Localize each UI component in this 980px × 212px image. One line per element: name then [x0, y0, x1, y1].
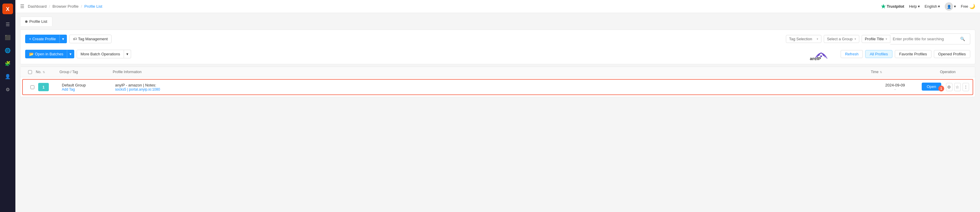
open-in-batches-button[interactable]: 📂 Open in Batches: [25, 50, 67, 58]
more-batch-ops-dropdown[interactable]: ▾: [124, 50, 131, 58]
main-content: ☰ Dashboard / Browser Profile / Profile …: [15, 0, 980, 212]
open-with-badge: Open 1: [922, 83, 944, 91]
free-label: Free: [961, 5, 968, 9]
language-selector[interactable]: English ▾: [925, 4, 940, 9]
search-input-wrap: 🔍: [890, 33, 970, 45]
svg-text:👤: 👤: [947, 5, 951, 9]
more-options-icon-button[interactable]: ⋮: [963, 83, 969, 91]
table-header-profile-info: Profile Information: [113, 70, 871, 74]
profile-title-text: anyIP - amazon | Notes:: [115, 83, 869, 87]
anyip-svg: anyIP: [810, 47, 834, 61]
tag-management-button[interactable]: 🏷 Tag Management: [69, 35, 111, 43]
select-group-label: Select a Group: [827, 37, 853, 41]
search-input[interactable]: [893, 37, 958, 41]
tag-selection-label: Tag Selection: [789, 37, 812, 41]
row-group-col: Default Group Add Tag: [62, 83, 115, 91]
time-sort-icon[interactable]: ⇅: [880, 70, 882, 74]
sidebar-logo[interactable]: X: [2, 3, 13, 14]
row-checkbox-col: [26, 85, 38, 89]
tabs-row: Refresh All Profiles Favorite Profiles O…: [841, 50, 970, 58]
no-sort-icon[interactable]: ⇅: [43, 70, 45, 74]
breadcrumb-dashboard[interactable]: Dashboard: [28, 4, 47, 9]
tag-selection-dropdown[interactable]: Tag Selection ▾: [786, 35, 821, 43]
open-in-batches-dropdown[interactable]: ▾: [67, 50, 74, 58]
sidebar-icon-menu[interactable]: ☰: [2, 19, 13, 30]
toolbar-row-1: + Create Profile ▾ 🏷 Tag Management Tag …: [25, 33, 970, 45]
language-chevron-icon: ▾: [938, 4, 940, 9]
top-navigation: ☰ Dashboard / Browser Profile / Profile …: [15, 0, 980, 13]
avatar: 👤: [945, 2, 953, 11]
help-button[interactable]: Help ▾: [909, 4, 920, 9]
select-group-chevron-icon: ▾: [854, 37, 856, 41]
add-tag-link[interactable]: Add Tag: [62, 87, 115, 91]
favorite-icon-button[interactable]: ☆: [954, 83, 961, 91]
table-header: No. ⇅ Group / Tag Profile Information Ti…: [21, 67, 975, 77]
hamburger-icon[interactable]: ☰: [20, 3, 24, 9]
svg-text:X: X: [6, 6, 10, 12]
page-title: Profile List: [29, 19, 47, 24]
sidebar-icon-dashboard[interactable]: ⬛: [2, 32, 13, 43]
profile-time-dash: -: [869, 87, 922, 91]
time-header-label: Time: [871, 70, 878, 74]
row-number-col: 1: [38, 83, 62, 91]
profile-subtitle[interactable]: socks5 | portal.anyip.io:1080: [115, 87, 869, 91]
sidebar-icon-user[interactable]: 👤: [2, 71, 13, 82]
profile-title-label: Profile Title: [865, 37, 884, 41]
breadcrumb-browser-profile[interactable]: Browser Profile: [52, 4, 78, 9]
profile-title-select[interactable]: Profile Title ▾: [862, 35, 890, 43]
row-info-col: anyIP - amazon | Notes: socks5 | portal.…: [115, 83, 869, 91]
breadcrumb-sep-1: /: [49, 4, 50, 9]
all-profiles-tab[interactable]: All Profiles: [865, 50, 892, 58]
row-time-col: 2024-09-09 -: [869, 83, 922, 91]
group-tag-header-label: Group / Tag: [59, 70, 78, 74]
topnav-right: ★ Trustpilot Help ▾ English ▾ 👤 ▾: [881, 2, 975, 11]
profile-title-chevron-icon: ▾: [886, 37, 887, 41]
open-batches-label: Open in Batches: [35, 52, 63, 56]
help-chevron-icon: ▾: [918, 4, 920, 9]
create-profile-button[interactable]: + Create Profile: [25, 35, 60, 43]
trustpilot-badge[interactable]: ★ Trustpilot: [881, 3, 904, 10]
page-title-tab: Profile List: [20, 17, 52, 26]
user-menu[interactable]: 👤 ▾: [945, 2, 956, 11]
breadcrumb: ☰ Dashboard / Browser Profile / Profile …: [20, 3, 102, 9]
user-chevron-icon: ▾: [954, 4, 956, 9]
select-group-dropdown[interactable]: Select a Group ▾: [824, 35, 859, 43]
trustpilot-star-icon: ★: [881, 3, 886, 10]
trustpilot-label: Trustpilot: [887, 4, 904, 9]
toolbar: + Create Profile ▾ 🏷 Tag Management Tag …: [20, 30, 975, 64]
settings-icon-button[interactable]: ⚙: [946, 83, 953, 91]
anyip-logo: anyIP: [810, 47, 834, 61]
tag-icon: 🏷: [73, 37, 77, 41]
search-button[interactable]: 🔍: [958, 35, 967, 43]
page-header: Profile List: [20, 17, 975, 26]
profile-title-search: Profile Title ▾ 🔍: [862, 33, 970, 45]
table-header-checkbox-col: [24, 70, 36, 74]
breadcrumb-sep-2: /: [81, 4, 82, 9]
open-in-batches-group: 📂 Open in Batches ▾: [25, 50, 74, 58]
profile-info-header-label: Profile Information: [113, 70, 142, 74]
table-header-no: No. ⇅: [36, 70, 59, 74]
help-label: Help: [909, 4, 917, 9]
create-profile-dropdown-button[interactable]: ▾: [60, 35, 67, 43]
table-header-operation: Operation: [924, 70, 971, 74]
sidebar-icon-settings[interactable]: ⚙: [2, 84, 13, 95]
open-batches-icon: 📂: [29, 52, 34, 56]
sidebar-icon-puzzle[interactable]: 🧩: [2, 58, 13, 69]
more-batch-operations-button[interactable]: More Batch Operations: [76, 50, 124, 58]
favorite-profiles-tab[interactable]: Favorite Profiles: [895, 50, 931, 58]
breadcrumb-profile-list: Profile List: [84, 4, 102, 9]
table-header-time: Time ⇅: [871, 70, 924, 74]
profile-date: 2024-09-09: [869, 83, 922, 87]
page-title-dot-icon: [25, 21, 27, 23]
table-row: 1 Default Group Add Tag anyIP - amazon |…: [22, 79, 973, 95]
tag-management-label: Tag Management: [78, 37, 108, 41]
select-all-checkbox[interactable]: [28, 70, 32, 74]
free-badge[interactable]: Free 🌙: [961, 3, 975, 9]
sidebar-icon-globe[interactable]: 🌐: [2, 45, 13, 56]
row-checkbox[interactable]: [30, 85, 34, 89]
opened-profiles-tab[interactable]: Opened Profiles: [934, 50, 970, 58]
profile-table: No. ⇅ Group / Tag Profile Information Ti…: [20, 67, 975, 97]
refresh-button[interactable]: Refresh: [841, 50, 863, 58]
tag-selection-chevron-icon: ▾: [817, 37, 818, 41]
profile-number-badge: 1: [38, 83, 49, 91]
